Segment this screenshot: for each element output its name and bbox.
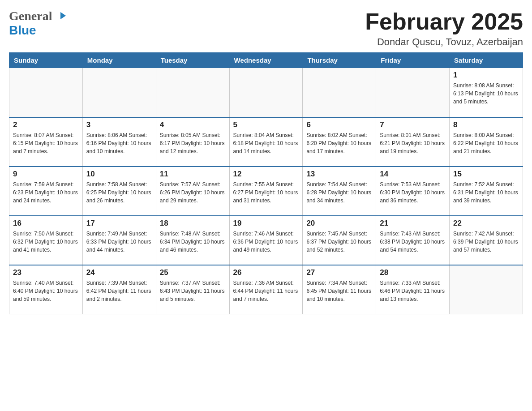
table-row: 11Sunrise: 7:57 AM Sunset: 6:26 PM Dayli… — [156, 167, 229, 216]
day-number: 14 — [380, 170, 446, 179]
table-row — [156, 68, 229, 117]
day-info: Sunrise: 8:07 AM Sunset: 6:15 PM Dayligh… — [13, 131, 79, 155]
day-number: 5 — [233, 120, 299, 129]
table-row: 21Sunrise: 7:43 AM Sunset: 6:38 PM Dayli… — [376, 216, 450, 265]
day-info: Sunrise: 7:43 AM Sunset: 6:38 PM Dayligh… — [380, 230, 446, 254]
main-title: February 2025 — [365, 9, 523, 34]
day-info: Sunrise: 7:34 AM Sunset: 6:45 PM Dayligh… — [306, 279, 372, 303]
table-row: 28Sunrise: 7:33 AM Sunset: 6:46 PM Dayli… — [376, 265, 450, 314]
day-info: Sunrise: 7:46 AM Sunset: 6:36 PM Dayligh… — [233, 230, 299, 254]
table-row — [9, 68, 83, 117]
table-row: 17Sunrise: 7:49 AM Sunset: 6:33 PM Dayli… — [82, 216, 156, 265]
col-sunday: Sunday — [9, 53, 83, 68]
day-info: Sunrise: 8:08 AM Sunset: 6:13 PM Dayligh… — [453, 81, 519, 106]
day-info: Sunrise: 7:54 AM Sunset: 6:28 PM Dayligh… — [306, 180, 372, 205]
day-number: 26 — [233, 268, 299, 277]
table-row: 2Sunrise: 8:07 AM Sunset: 6:15 PM Daylig… — [9, 117, 83, 167]
table-row: 24Sunrise: 7:39 AM Sunset: 6:42 PM Dayli… — [82, 265, 156, 314]
table-row: 20Sunrise: 7:45 AM Sunset: 6:37 PM Dayli… — [303, 216, 376, 265]
calendar-week-row: 1Sunrise: 8:08 AM Sunset: 6:13 PM Daylig… — [9, 68, 523, 117]
table-row — [303, 68, 376, 117]
table-row: 6Sunrise: 8:02 AM Sunset: 6:20 PM Daylig… — [303, 117, 376, 167]
col-tuesday: Tuesday — [156, 53, 229, 68]
logo: General Blue — [9, 9, 68, 38]
day-info: Sunrise: 7:40 AM Sunset: 6:40 PM Dayligh… — [13, 279, 79, 303]
day-number: 11 — [160, 170, 226, 179]
day-info: Sunrise: 7:52 AM Sunset: 6:31 PM Dayligh… — [453, 180, 519, 205]
day-info: Sunrise: 7:39 AM Sunset: 6:42 PM Dayligh… — [86, 279, 152, 303]
table-row: 23Sunrise: 7:40 AM Sunset: 6:40 PM Dayli… — [9, 265, 83, 314]
day-info: Sunrise: 8:06 AM Sunset: 6:16 PM Dayligh… — [86, 131, 152, 155]
col-friday: Friday — [376, 53, 450, 68]
day-info: Sunrise: 8:04 AM Sunset: 6:18 PM Dayligh… — [233, 131, 299, 155]
day-number: 28 — [380, 268, 446, 277]
day-info: Sunrise: 8:00 AM Sunset: 6:22 PM Dayligh… — [453, 131, 519, 155]
calendar-header-row: Sunday Monday Tuesday Wednesday Thursday… — [9, 53, 523, 68]
day-info: Sunrise: 7:58 AM Sunset: 6:25 PM Dayligh… — [86, 180, 152, 205]
table-row: 5Sunrise: 8:04 AM Sunset: 6:18 PM Daylig… — [229, 117, 303, 167]
calendar-week-row: 9Sunrise: 7:59 AM Sunset: 6:23 PM Daylig… — [9, 167, 523, 216]
day-number: 9 — [13, 170, 79, 179]
day-number: 7 — [380, 120, 446, 129]
day-number: 23 — [13, 268, 79, 277]
calendar-week-row: 2Sunrise: 8:07 AM Sunset: 6:15 PM Daylig… — [9, 117, 523, 167]
day-info: Sunrise: 8:02 AM Sunset: 6:20 PM Dayligh… — [306, 131, 372, 155]
table-row: 27Sunrise: 7:34 AM Sunset: 6:45 PM Dayli… — [303, 265, 376, 314]
day-number: 19 — [233, 219, 299, 228]
day-info: Sunrise: 8:05 AM Sunset: 6:17 PM Dayligh… — [160, 131, 226, 155]
day-info: Sunrise: 7:53 AM Sunset: 6:30 PM Dayligh… — [380, 180, 446, 205]
day-number: 15 — [453, 170, 519, 179]
day-number: 16 — [13, 219, 79, 228]
table-row: 1Sunrise: 8:08 AM Sunset: 6:13 PM Daylig… — [450, 68, 523, 117]
subtitle: Dondar Quscu, Tovuz, Azerbaijan — [365, 36, 523, 48]
day-info: Sunrise: 8:01 AM Sunset: 6:21 PM Dayligh… — [380, 131, 446, 155]
calendar-week-row: 16Sunrise: 7:50 AM Sunset: 6:32 PM Dayli… — [9, 216, 523, 265]
col-thursday: Thursday — [303, 53, 376, 68]
calendar-table: Sunday Monday Tuesday Wednesday Thursday… — [9, 52, 523, 314]
day-number: 22 — [453, 219, 519, 228]
day-info: Sunrise: 7:59 AM Sunset: 6:23 PM Dayligh… — [13, 180, 79, 205]
logo-blue-text: Blue — [9, 23, 36, 37]
day-number: 18 — [160, 219, 226, 228]
table-row: 26Sunrise: 7:36 AM Sunset: 6:44 PM Dayli… — [229, 265, 303, 314]
logo-general-text: General — [9, 9, 52, 23]
day-number: 10 — [86, 170, 152, 179]
table-row — [82, 68, 156, 117]
table-row: 12Sunrise: 7:55 AM Sunset: 6:27 PM Dayli… — [229, 167, 303, 216]
table-row: 10Sunrise: 7:58 AM Sunset: 6:25 PM Dayli… — [82, 167, 156, 216]
table-row: 8Sunrise: 8:00 AM Sunset: 6:22 PM Daylig… — [450, 117, 523, 167]
day-info: Sunrise: 7:36 AM Sunset: 6:44 PM Dayligh… — [233, 279, 299, 303]
day-number: 27 — [306, 268, 372, 277]
day-number: 20 — [306, 219, 372, 228]
day-number: 13 — [306, 170, 372, 179]
table-row: 16Sunrise: 7:50 AM Sunset: 6:32 PM Dayli… — [9, 216, 83, 265]
calendar-week-row: 23Sunrise: 7:40 AM Sunset: 6:40 PM Dayli… — [9, 265, 523, 314]
table-row — [450, 265, 523, 314]
table-row: 18Sunrise: 7:48 AM Sunset: 6:34 PM Dayli… — [156, 216, 229, 265]
day-info: Sunrise: 7:33 AM Sunset: 6:46 PM Dayligh… — [380, 279, 446, 303]
day-info: Sunrise: 7:37 AM Sunset: 6:43 PM Dayligh… — [160, 279, 226, 303]
title-section: February 2025 Dondar Quscu, Tovuz, Azerb… — [365, 9, 523, 48]
table-row: 19Sunrise: 7:46 AM Sunset: 6:36 PM Dayli… — [229, 216, 303, 265]
table-row — [376, 68, 450, 117]
day-number: 17 — [86, 219, 152, 228]
day-info: Sunrise: 7:42 AM Sunset: 6:39 PM Dayligh… — [453, 230, 519, 254]
day-info: Sunrise: 7:57 AM Sunset: 6:26 PM Dayligh… — [160, 180, 226, 205]
day-info: Sunrise: 7:45 AM Sunset: 6:37 PM Dayligh… — [306, 230, 372, 254]
day-number: 12 — [233, 170, 299, 179]
table-row: 13Sunrise: 7:54 AM Sunset: 6:28 PM Dayli… — [303, 167, 376, 216]
col-monday: Monday — [82, 53, 156, 68]
day-number: 4 — [160, 120, 226, 129]
col-saturday: Saturday — [450, 53, 523, 68]
day-info: Sunrise: 7:48 AM Sunset: 6:34 PM Dayligh… — [160, 230, 226, 254]
day-number: 8 — [453, 120, 519, 129]
day-info: Sunrise: 7:55 AM Sunset: 6:27 PM Dayligh… — [233, 180, 299, 205]
table-row: 3Sunrise: 8:06 AM Sunset: 6:16 PM Daylig… — [82, 117, 156, 167]
day-number: 21 — [380, 219, 446, 228]
day-number: 3 — [86, 120, 152, 129]
col-wednesday: Wednesday — [229, 53, 303, 68]
table-row: 22Sunrise: 7:42 AM Sunset: 6:39 PM Dayli… — [450, 216, 523, 265]
table-row: 9Sunrise: 7:59 AM Sunset: 6:23 PM Daylig… — [9, 167, 83, 216]
table-row: 7Sunrise: 8:01 AM Sunset: 6:21 PM Daylig… — [376, 117, 450, 167]
table-row — [229, 68, 303, 117]
